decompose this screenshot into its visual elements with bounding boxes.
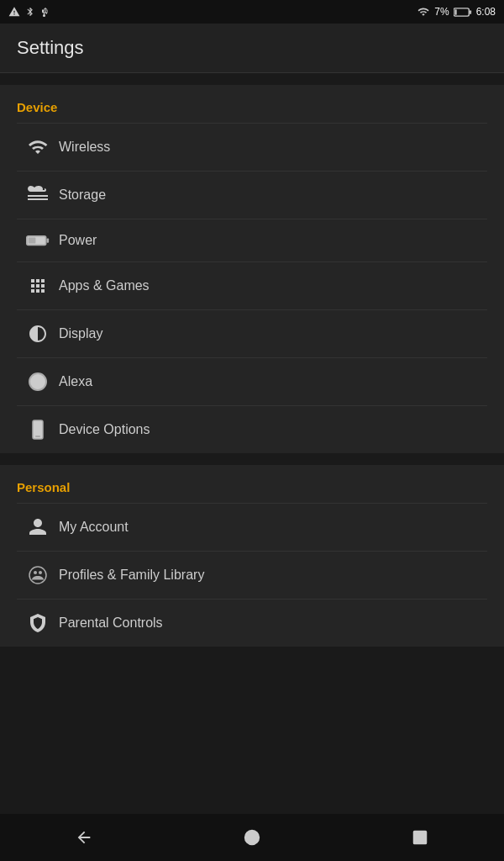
device-options-item[interactable]: Device Options	[17, 405, 487, 453]
page-title: Settings	[17, 37, 487, 59]
alexa-label: Alexa	[59, 374, 92, 389]
device-options-label: Device Options	[59, 422, 150, 437]
personal-section: Personal My Account Profiles & Family Li…	[0, 465, 504, 647]
wireless-item[interactable]: Wireless	[17, 123, 487, 171]
page-title-bar: Settings	[0, 24, 504, 73]
wireless-icon	[17, 137, 59, 157]
apps-games-icon	[17, 276, 59, 296]
svg-point-10	[34, 571, 37, 574]
my-account-label: My Account	[59, 520, 129, 535]
device-section-header: Device	[17, 85, 487, 123]
battery-icon	[454, 7, 472, 18]
parental-controls-item[interactable]: Parental Controls	[17, 599, 487, 647]
profiles-family-item[interactable]: Profiles & Family Library	[17, 551, 487, 599]
back-button[interactable]	[59, 821, 109, 854]
nav-bar	[0, 814, 504, 861]
svg-point-6	[29, 373, 46, 390]
svg-point-12	[245, 831, 260, 845]
display-item[interactable]: Display	[17, 309, 487, 357]
svg-rect-2	[454, 9, 456, 14]
recent-button[interactable]	[395, 821, 445, 854]
power-icon	[17, 233, 59, 248]
alexa-item[interactable]: Alexa	[17, 357, 487, 405]
svg-rect-1	[470, 10, 471, 14]
device-section: Device Wireless Storage	[0, 85, 504, 453]
my-account-item[interactable]: My Account	[17, 503, 487, 551]
svg-rect-8	[35, 436, 40, 437]
bluetooth-icon	[25, 6, 35, 18]
power-item[interactable]: Power	[17, 219, 487, 261]
my-account-icon	[17, 517, 59, 537]
power-label: Power	[59, 233, 97, 248]
usb-icon	[40, 6, 50, 18]
apps-games-label: Apps & Games	[59, 278, 150, 293]
alexa-icon	[17, 372, 59, 392]
time-display: 6:08	[476, 6, 496, 18]
status-bar: 7% 6:08	[0, 0, 504, 24]
parental-controls-label: Parental Controls	[59, 615, 163, 631]
svg-rect-5	[47, 238, 50, 242]
storage-label: Storage	[59, 188, 106, 203]
parental-controls-icon	[17, 613, 59, 633]
svg-rect-13	[414, 832, 427, 844]
wireless-label: Wireless	[59, 140, 110, 155]
profiles-family-icon	[17, 565, 59, 585]
settings-content: Device Wireless Storage	[0, 73, 504, 815]
home-button[interactable]	[227, 821, 277, 854]
battery-percentage: 7%	[434, 6, 449, 18]
display-label: Display	[59, 326, 102, 341]
display-icon	[17, 324, 59, 344]
profiles-family-label: Profiles & Family Library	[59, 568, 204, 583]
wifi-status-icon	[417, 6, 430, 18]
svg-rect-4	[29, 238, 36, 244]
svg-point-11	[39, 571, 42, 574]
personal-section-header: Personal	[17, 465, 487, 503]
storage-item[interactable]: Storage	[17, 171, 487, 219]
svg-point-9	[29, 567, 46, 584]
apps-games-item[interactable]: Apps & Games	[17, 261, 487, 309]
status-right-icons: 7% 6:08	[417, 6, 496, 18]
warning-icon	[8, 6, 20, 18]
storage-icon	[17, 185, 59, 205]
device-options-icon	[17, 420, 59, 440]
status-left-icons	[8, 6, 50, 18]
